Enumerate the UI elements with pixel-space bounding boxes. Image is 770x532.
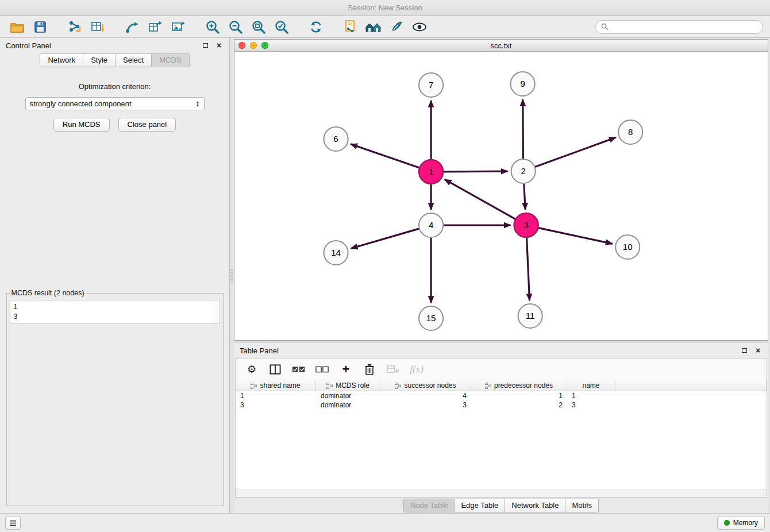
- tab-network-table[interactable]: Network Table: [505, 499, 565, 512]
- open-session-button[interactable]: [7, 18, 28, 36]
- gear-icon: ⚙: [247, 364, 256, 375]
- edge-2-8[interactable]: [536, 138, 615, 167]
- save-session-button[interactable]: [30, 18, 51, 36]
- task-history-button[interactable]: [5, 516, 21, 530]
- edge-1-2[interactable]: [444, 171, 507, 172]
- node-7[interactable]: 7: [419, 73, 443, 97]
- table-panel-title: Table Panel: [240, 346, 279, 355]
- refresh-layout-button[interactable]: [306, 18, 326, 36]
- table-panel-header: Table Panel ×: [234, 343, 768, 358]
- import-network-button[interactable]: [64, 18, 85, 36]
- select-all-checkboxes-icon: [292, 365, 306, 373]
- float-icon: [742, 348, 747, 353]
- control-panel-title: Control Panel: [6, 41, 51, 50]
- table-settings-button[interactable]: ⚙: [245, 362, 259, 377]
- node-2[interactable]: 2: [511, 159, 536, 183]
- panel-split-handle[interactable]: [230, 38, 234, 513]
- table-horizontal-scrollbar[interactable]: [236, 489, 767, 497]
- control-panel-float-button[interactable]: [201, 41, 210, 50]
- node-11[interactable]: 11: [518, 304, 542, 328]
- column-header-name[interactable]: name: [567, 380, 615, 391]
- deselect-all-button[interactable]: [315, 362, 329, 377]
- export-table-icon: [148, 20, 162, 34]
- network-from-selection-button[interactable]: [340, 18, 361, 36]
- column-header-predecessor-nodes[interactable]: predecessor nodes: [471, 380, 567, 391]
- export-image-button[interactable]: [168, 18, 188, 36]
- node-14[interactable]: 14: [324, 241, 348, 265]
- edge-2-3[interactable]: [524, 184, 525, 209]
- search-box: [595, 20, 763, 34]
- zoom-in-button[interactable]: [202, 18, 223, 36]
- window-maximize-button[interactable]: +: [261, 42, 268, 49]
- delete-column-button[interactable]: [363, 362, 376, 377]
- memory-button[interactable]: Memory: [717, 516, 765, 530]
- show-graphics-button[interactable]: [409, 18, 430, 36]
- column-header-shared-name[interactable]: shared name: [236, 380, 316, 391]
- close-panel-button[interactable]: Close panel: [118, 118, 176, 132]
- edge-2-9[interactable]: [523, 100, 523, 158]
- function-builder-button[interactable]: f(x): [410, 362, 424, 377]
- table-header-row: shared name MCDS role successor nodes: [236, 380, 767, 391]
- criterion-select[interactable]: strongly connected component ▲▼: [25, 97, 205, 110]
- tab-node-table[interactable]: Node Table: [403, 499, 455, 512]
- cell-name: 1: [567, 391, 615, 400]
- import-network-icon: [68, 20, 82, 34]
- tab-edge-table[interactable]: Edge Table: [455, 499, 505, 512]
- edge-4-14[interactable]: [352, 229, 418, 248]
- table-row[interactable]: 1 dominator 4 1 1: [236, 391, 767, 400]
- tab-style[interactable]: Style: [83, 53, 116, 67]
- split-grip-icon: [230, 269, 233, 282]
- node-10[interactable]: 10: [615, 235, 640, 259]
- table-panel-close-button[interactable]: ×: [753, 346, 763, 355]
- node-9[interactable]: 9: [511, 72, 535, 96]
- table-row[interactable]: 3 dominator 3 2 3: [236, 400, 767, 410]
- column-header-mcds-role[interactable]: MCDS role: [316, 380, 380, 391]
- refresh-icon: [309, 20, 324, 34]
- node-15[interactable]: 15: [419, 306, 443, 330]
- edge-1-6[interactable]: [351, 144, 418, 167]
- window-close-button[interactable]: ×: [238, 42, 245, 49]
- cell-mcds-role: dominator: [316, 400, 380, 410]
- create-column-button[interactable]: +: [339, 362, 353, 377]
- node-4[interactable]: 4: [419, 213, 443, 237]
- show-columns-button[interactable]: [268, 362, 282, 377]
- node-6[interactable]: 6: [324, 127, 348, 151]
- edge-3-10[interactable]: [539, 228, 612, 244]
- network-canvas[interactable]: 7968124314101511: [234, 52, 768, 340]
- tab-select[interactable]: Select: [116, 53, 152, 67]
- toolbar-separator: [191, 26, 200, 27]
- table-panel-float-button[interactable]: [740, 346, 749, 355]
- memory-label: Memory: [733, 519, 758, 527]
- first-neighbors-button[interactable]: [363, 18, 384, 36]
- run-mcds-button[interactable]: Run MCDS: [53, 118, 110, 132]
- column-header-successor-nodes[interactable]: successor nodes: [380, 380, 471, 391]
- search-input[interactable]: [612, 22, 757, 32]
- cell-predecessor-nodes: 2: [471, 400, 567, 410]
- select-all-button[interactable]: [292, 362, 306, 377]
- export-network-button[interactable]: [122, 18, 143, 36]
- edge-3-11[interactable]: [527, 238, 530, 300]
- zoom-out-button[interactable]: [225, 18, 246, 36]
- import-table-button[interactable]: [87, 18, 108, 36]
- window-minimize-button[interactable]: −: [250, 42, 257, 49]
- tab-network[interactable]: Network: [40, 53, 83, 67]
- zoom-in-icon: [205, 20, 220, 34]
- export-table-button[interactable]: [145, 18, 165, 36]
- tab-mcds[interactable]: MCDS: [152, 53, 189, 67]
- column-sort-icon: [485, 383, 491, 389]
- annotation-brush-button[interactable]: [386, 18, 407, 36]
- zoom-selected-button[interactable]: [271, 18, 292, 36]
- delete-table-button[interactable]: [386, 362, 400, 377]
- zoom-fit-button[interactable]: [248, 18, 269, 36]
- tab-motifs[interactable]: Motifs: [565, 499, 599, 512]
- node-1[interactable]: 1: [419, 160, 443, 184]
- copy-network-icon: [344, 20, 357, 34]
- node-8[interactable]: 8: [618, 120, 642, 144]
- cell-successor-nodes: 4: [380, 391, 471, 400]
- edge-3-1[interactable]: [445, 180, 515, 219]
- node-3[interactable]: 3: [514, 213, 538, 237]
- select-stepper-icon: ▲▼: [196, 101, 200, 107]
- result-scrollbar[interactable]: [214, 300, 220, 323]
- column-sort-icon: [395, 383, 401, 389]
- control-panel-close-button[interactable]: ×: [214, 41, 224, 50]
